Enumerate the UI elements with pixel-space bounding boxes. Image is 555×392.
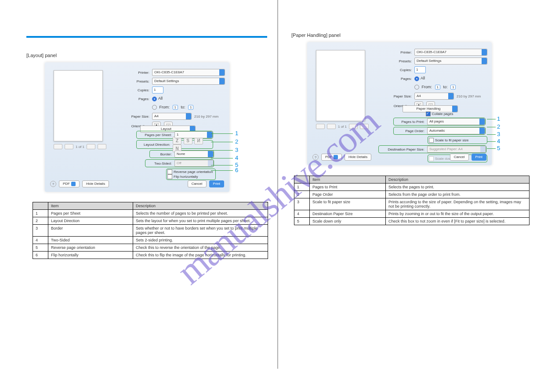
printer-select[interactable]: OKI-C835-C1E8A7 [152, 69, 225, 76]
next-page-button[interactable] [349, 124, 358, 129]
cancel-button[interactable]: Cancel [450, 154, 469, 161]
pages-label: Pages: [386, 77, 414, 81]
page-preview [54, 70, 103, 141]
dialog-button-row: ? PDF Hide Details Cancel Print [50, 180, 224, 187]
prev-page-button[interactable] [316, 124, 325, 129]
print-button[interactable]: Print [209, 180, 224, 187]
help-button[interactable]: ? [312, 154, 319, 160]
next-page-button-2[interactable] [98, 144, 106, 149]
table-row: 2Page OrderSelects from the page order t… [294, 191, 530, 198]
border-label: Border: [150, 152, 174, 156]
page-order-select[interactable]: Automatic [427, 127, 485, 134]
preview-page-label: 1 of 1 [76, 145, 84, 149]
table-header-num [294, 176, 310, 183]
reverse-flip-group: Reverse page orientation Flip horizontal… [166, 169, 216, 180]
pages-all-label: All [421, 76, 425, 80]
prev-page-button-2[interactable] [327, 124, 336, 129]
pages-range-radio[interactable] [414, 85, 419, 90]
presets-select[interactable]: Default Settings [414, 58, 487, 65]
scale-row: Scale to fit paper size [428, 136, 487, 144]
paper-size-select[interactable]: A4 [414, 93, 454, 100]
layout-direction-row: Layout Direction: Z S И N [136, 140, 213, 149]
two-sided-select[interactable]: Off [174, 160, 214, 167]
hide-details-button[interactable]: Hide Details [345, 154, 371, 161]
callout-6: 6 [235, 167, 238, 173]
scale-checkbox[interactable] [429, 138, 434, 143]
presets-label: Presets: [124, 79, 152, 83]
reverse-label: Reverse page orientation [174, 170, 213, 174]
table-row: 5Scale down onlyCheck this box to not zo… [294, 218, 530, 225]
next-page-button[interactable] [87, 144, 95, 149]
table-row: 1Pages per SheetSelects the number of pa… [33, 210, 268, 217]
border-select[interactable]: None [174, 151, 214, 158]
table-header-item: Item [310, 176, 386, 183]
copies-input[interactable]: 1 [414, 66, 426, 73]
section-heading-paper-handling: [Paper Handling] panel [291, 32, 341, 38]
scale-label: Scale to fit paper size [435, 138, 468, 142]
two-sided-label: Two-Sided: [145, 162, 174, 165]
table-row: 3Scale to fit paper sizePrints according… [294, 198, 530, 210]
hide-details-button[interactable]: Hide Details [82, 180, 109, 187]
pages-to-print-select[interactable]: All pages [427, 118, 485, 125]
cancel-button[interactable]: Cancel [188, 180, 207, 187]
pdf-button[interactable]: PDF [59, 180, 80, 187]
printer-label: Printer: [386, 50, 414, 54]
reverse-checkbox[interactable] [167, 169, 172, 174]
collate-checkbox[interactable] [426, 111, 431, 116]
pages-label: Pages: [124, 97, 152, 101]
help-button[interactable]: ? [50, 181, 56, 187]
pages-to-print-row: Pages to Print: All pages [393, 118, 486, 126]
paper-handling-items-table: Item Description 1Pages to PrintSelects … [294, 176, 530, 225]
table-row: 2Layout DirectionSets the layout for whe… [33, 217, 268, 225]
copies-label: Copies: [124, 88, 152, 92]
print-dialog-paper-handling: 1 of 1 Printer: OKI-C835-C1E8A7 Presets:… [307, 42, 492, 165]
pages-all-radio[interactable] [414, 76, 419, 81]
printer-label: Printer: [124, 71, 152, 75]
dialog-upper-form: Printer: OKI-C835-C1E8A7 Presets: Defaul… [124, 69, 225, 132]
dest-size-label: Destination Paper Size: [379, 147, 427, 151]
prev-page-button-2[interactable] [65, 144, 73, 149]
pages-to-input[interactable]: 1 [188, 105, 193, 110]
pages-to-label: to: [181, 105, 185, 109]
table-row: 5Reverse page orientationCheck this to r… [33, 244, 268, 252]
pages-to-input[interactable]: 1 [450, 85, 456, 90]
printer-select[interactable]: OKI-C835-C1E8A7 [414, 49, 487, 56]
presets-label: Presets: [386, 59, 414, 63]
next-page-button-2[interactable] [360, 124, 369, 129]
layout-items-table: Item Description 1Pages per SheetSelects… [33, 202, 268, 259]
callout-2: 2 [235, 138, 238, 145]
collate-label: Collate pages [432, 112, 453, 116]
print-button[interactable]: Print [472, 154, 486, 161]
pages-range-radio[interactable] [152, 105, 157, 110]
prev-page-button[interactable] [54, 144, 62, 149]
table-header-desc: Description [386, 176, 530, 183]
paper-size-select[interactable]: A4 [152, 113, 192, 120]
copies-label: Copies: [386, 68, 414, 72]
presets-select[interactable]: Default Settings [152, 78, 225, 85]
pages-all-radio[interactable] [152, 97, 157, 101]
pdf-button[interactable]: PDF [321, 154, 342, 161]
flip-label: Flip horizontally [174, 175, 198, 179]
dest-size-select[interactable]: Suggested Paper: A4 [427, 146, 486, 153]
pages-to-label: to: [443, 85, 448, 89]
flip-checkbox[interactable] [167, 174, 172, 179]
callout-1: 1 [497, 115, 500, 122]
table-row: 4Destination Paper SizePrints by zooming… [294, 210, 530, 218]
left-column: [Layout] panel 1 of 1 Printer: OKI-C835-… [0, 0, 277, 369]
table-row: 6Flip horizontallyCheck this to flip the… [33, 252, 268, 259]
right-column: [Paper Handling] panel 1 of 1 Printer: O… [278, 0, 555, 369]
pages-per-sheet-select[interactable]: 1 [174, 131, 213, 138]
pages-per-sheet-label: Pages per Sheet: [137, 133, 174, 137]
pages-from-input[interactable]: 1 [435, 85, 440, 90]
print-dialog-layout: 1 of 1 Printer: OKI-C835-C1E8A7 Presets:… [45, 62, 229, 192]
pages-to-print-label: Pages to Print: [394, 120, 427, 124]
copies-input[interactable]: 1 [152, 86, 163, 94]
page-order-label: Page Order: [394, 129, 427, 133]
section-heading-layout: [Layout] panel [26, 53, 57, 58]
paper-size-label: Paper Size: [124, 115, 152, 119]
dest-size-row: Destination Paper Size: Suggested Paper:… [378, 145, 486, 153]
pages-from-input[interactable]: 1 [173, 105, 178, 110]
preview-nav: 1 of 1 [316, 124, 369, 129]
preview-page-label: 1 of 1 [338, 125, 347, 129]
pages-from-label: From: [422, 85, 432, 89]
